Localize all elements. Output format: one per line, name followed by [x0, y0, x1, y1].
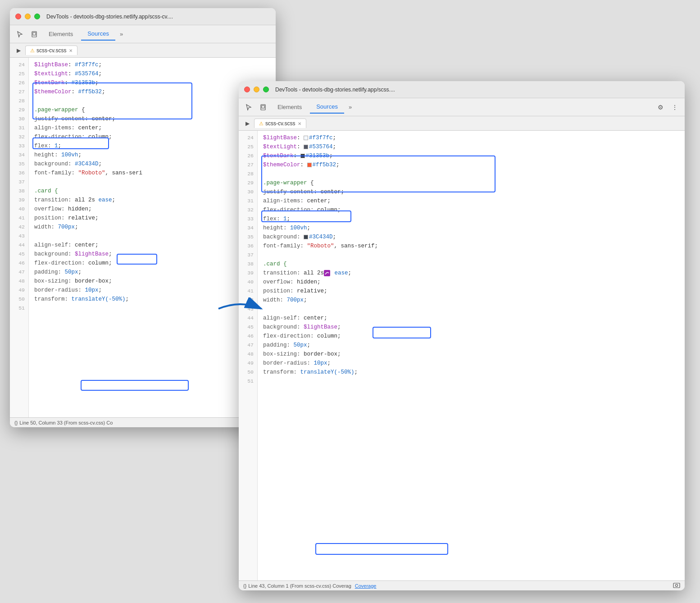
- line-number: 28: [239, 169, 257, 178]
- code-token: ;: [329, 153, 333, 159]
- minimize-button2[interactable]: [254, 87, 259, 92]
- code-token: #31353b: [306, 153, 330, 159]
- file-tab-label2: scss-cv.scss: [265, 120, 295, 127]
- close-tab-button[interactable]: ✕: [69, 48, 73, 53]
- screenshot-icon[interactable]: [673, 582, 680, 589]
- maximize-button[interactable]: [34, 14, 40, 19]
- line-number: 38: [239, 260, 257, 269]
- more-options-icon[interactable]: ⋮: [668, 101, 681, 114]
- code-token: center: [92, 116, 112, 122]
- window2-file-tabbar: ▶ ⚠ scss-cv.scss ✕: [239, 116, 685, 131]
- code-token: ;: [109, 278, 112, 284]
- device-icon2[interactable]: [257, 101, 269, 114]
- code-token: ;: [337, 351, 341, 357]
- code-token: flex-direction:: [263, 333, 317, 339]
- window1-toolbar: Elements Sources »: [10, 25, 276, 43]
- close-button[interactable]: [15, 14, 21, 19]
- code-token: width:: [263, 297, 287, 303]
- code-token: flex:: [263, 216, 283, 222]
- line-number: 41: [239, 287, 257, 296]
- code-line: flex: 1;: [263, 215, 685, 224]
- line-number: 25: [10, 69, 28, 78]
- line-number: 45: [239, 323, 257, 332]
- device-icon[interactable]: [28, 28, 41, 41]
- code-token: ;: [324, 315, 327, 321]
- tab-sources2[interactable]: Sources: [310, 100, 344, 114]
- ease-swatch[interactable]: [324, 270, 330, 276]
- color-swatch[interactable]: [304, 235, 308, 239]
- color-swatch[interactable]: [304, 145, 308, 149]
- code-line: flex-direction: column;: [263, 206, 685, 215]
- code-line: $textDark: #31353b;: [263, 151, 685, 160]
- line-number: 27: [239, 160, 257, 169]
- line-number: 32: [10, 132, 28, 142]
- code-line: $lightBase: #f3f7fc;: [34, 60, 276, 69]
- code-token: .card {: [263, 261, 287, 267]
- sidebar-toggle2[interactable]: ▶: [242, 119, 252, 128]
- settings-icon[interactable]: ⚙: [654, 101, 667, 114]
- code-line: font-family: "Roboto", sans-serif;: [263, 242, 685, 251]
- code-token: $themeColor: [263, 162, 300, 168]
- line-number: 40: [10, 205, 28, 214]
- code-token: box-sizing:: [263, 351, 304, 357]
- code-token: $textLight: [34, 71, 68, 77]
- code-token: hidden: [68, 206, 88, 212]
- line-number: 46: [10, 259, 28, 268]
- code-line: border-radius: 10px;: [263, 359, 685, 368]
- code-token: 50px: [65, 269, 78, 275]
- line-numbers: 2425262728293031323334353637383940414243…: [10, 58, 29, 417]
- line-number: 50: [10, 295, 28, 304]
- sidebar-toggle[interactable]: ▶: [14, 46, 23, 55]
- close-tab-button2[interactable]: ✕: [298, 121, 301, 126]
- line-number: 46: [239, 332, 257, 341]
- code-token: ;: [327, 360, 331, 366]
- more-tabs-button[interactable]: »: [117, 29, 126, 39]
- window2: DevTools - devtools-dbg-stories.netlify.…: [239, 81, 685, 590]
- minimize-button[interactable]: [25, 14, 31, 19]
- color-swatch[interactable]: [304, 136, 308, 140]
- code-line: [263, 251, 685, 260]
- color-swatch[interactable]: [307, 163, 312, 167]
- code-token: .page-wrapper: [263, 180, 307, 186]
- code-token: #31353b: [72, 80, 95, 86]
- code-token: #f3f7fc: [309, 135, 333, 141]
- svg-rect-4: [262, 105, 264, 108]
- tab-elements[interactable]: Elements: [42, 28, 79, 40]
- close-button2[interactable]: [244, 87, 250, 92]
- line-number: 30: [10, 114, 28, 123]
- color-swatch[interactable]: [300, 154, 305, 158]
- code-line: flex-direction: column;: [263, 332, 685, 341]
- code-token: , sans-serif;: [334, 243, 378, 249]
- line-number: 45: [10, 250, 28, 259]
- code-token: :: [300, 162, 307, 168]
- code-token: center: [78, 125, 99, 131]
- cursor-icon[interactable]: [14, 28, 26, 41]
- tab-elements2[interactable]: Elements: [271, 101, 308, 113]
- file-tab-scss2[interactable]: ⚠ scss-cv.scss ✕: [254, 119, 306, 128]
- more-tabs-button2[interactable]: »: [346, 102, 355, 112]
- file-tab-scss[interactable]: ⚠ scss-cv.scss ✕: [25, 46, 77, 55]
- code-token: :: [68, 62, 75, 68]
- window2-code-area: 2425262728293031323334353637383940414243…: [239, 131, 685, 580]
- code-token: ;: [337, 207, 341, 213]
- line-number: 51: [10, 304, 28, 313]
- line-number: 49: [10, 286, 28, 295]
- code-line: overflow: hidden;: [263, 278, 685, 287]
- line-number: 30: [239, 187, 257, 196]
- tab-sources[interactable]: Sources: [81, 27, 115, 41]
- code-token: :: [297, 135, 304, 141]
- code-token: column: [88, 260, 109, 266]
- code-token: box-sizing:: [34, 278, 75, 284]
- code-token: flex-direction:: [34, 260, 88, 266]
- line-number: 36: [10, 169, 28, 178]
- code-token: background:: [263, 324, 304, 330]
- code-token: .card {: [34, 188, 58, 194]
- code-token: padding:: [263, 342, 294, 348]
- cursor-icon2[interactable]: [242, 101, 255, 114]
- code-token: relative: [68, 215, 95, 221]
- code-token: background:: [263, 234, 304, 240]
- line-number: 51: [239, 377, 257, 386]
- status-text: Line 50, Column 33 (From scss-cv.css) Co: [19, 420, 113, 425]
- maximize-button2[interactable]: [263, 87, 269, 92]
- coverage-link[interactable]: Coverage: [355, 583, 377, 589]
